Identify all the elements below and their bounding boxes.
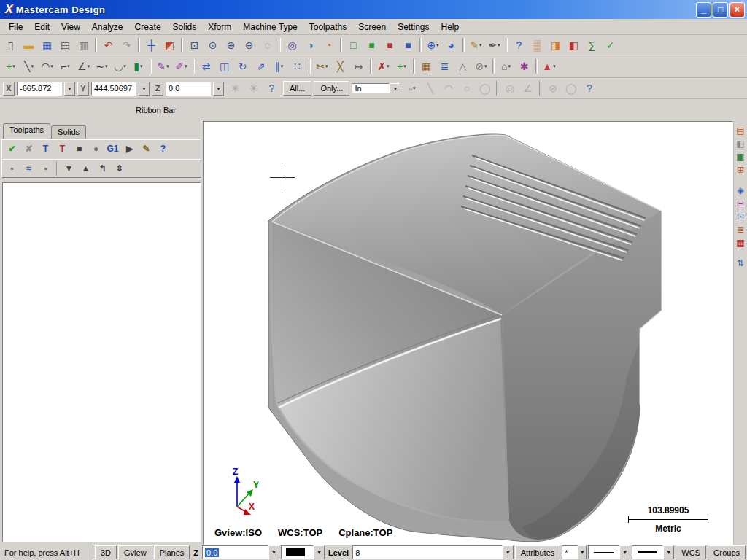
open-file-icon[interactable]: ▬: [20, 36, 37, 53]
select-all-button[interactable]: All...: [283, 81, 311, 96]
wireframe-view-icon[interactable]: □: [345, 36, 362, 53]
move-down-icon[interactable]: ▼: [61, 161, 77, 176]
create-chamfer-icon[interactable]: ∠ ▾: [75, 58, 92, 75]
zoom-target-icon[interactable]: ⊙: [204, 36, 221, 53]
menu-edit[interactable]: Edit: [28, 20, 55, 34]
line-width-dropdown[interactable]: ▼: [663, 545, 674, 559]
graphics-viewport[interactable]: Z Y X Gview:ISO WCS:TOP Cplane:TOP 103.8…: [203, 121, 733, 545]
grid-settings-icon[interactable]: ▒: [529, 36, 546, 53]
maximize-button[interactable]: □: [713, 2, 728, 18]
status-color-combo[interactable]: ▼: [281, 545, 325, 559]
close-button[interactable]: ×: [729, 2, 745, 18]
run-addin-icon[interactable]: ◨: [547, 36, 564, 53]
updown-tool-icon[interactable]: ⇅: [735, 257, 747, 269]
insert-above-icon[interactable]: ↰: [95, 161, 110, 176]
box-tool-icon[interactable]: ⊟: [735, 197, 747, 209]
status-level-field[interactable]: 8: [352, 545, 503, 559]
status-groups-button[interactable]: Groups: [708, 545, 746, 559]
status-3d-button[interactable]: 3D: [95, 545, 117, 559]
zoom-window-icon[interactable]: ⊡: [186, 36, 203, 53]
analyze-entity-icon[interactable]: ◎: [284, 36, 301, 53]
move-up-icon[interactable]: ▲: [78, 161, 93, 176]
gradient-icon[interactable]: ◧: [735, 137, 747, 149]
z-coord-button[interactable]: Z: [152, 82, 163, 96]
select-validate-icon[interactable]: ⊘: [544, 80, 561, 97]
x-coord-input[interactable]: -665.872: [17, 82, 62, 96]
y-coord-dropdown[interactable]: ▼: [139, 82, 150, 96]
post-g1-icon[interactable]: G1: [105, 141, 120, 157]
y-coord-button[interactable]: Y: [77, 82, 89, 96]
scroll-ops-icon[interactable]: ⇕: [112, 161, 127, 176]
lock-display-icon[interactable]: ▪: [38, 161, 53, 176]
status-level-combo[interactable]: 8 ▼: [352, 545, 514, 559]
fastpoint-icon[interactable]: ✳: [227, 80, 244, 97]
entity-color-icon[interactable]: ✎ ▾: [468, 36, 484, 53]
chain-circle-icon[interactable]: ○: [458, 80, 475, 97]
selection-mode-dropdown[interactable]: ▼: [390, 83, 400, 93]
menu-view[interactable]: View: [55, 20, 86, 34]
line-style-dropdown[interactable]: ▼: [619, 545, 630, 559]
xform-mirror-icon[interactable]: ◫: [216, 58, 233, 75]
select-all-operations-icon[interactable]: ✔: [4, 141, 20, 157]
xform-translate-icon[interactable]: ⇄: [198, 58, 214, 75]
unselect-all-operations-icon[interactable]: ✘: [21, 141, 36, 157]
help-icon[interactable]: ?: [511, 36, 527, 53]
to-clipboard-icon[interactable]: ▣: [735, 150, 747, 163]
create-fillet-icon[interactable]: ⌐ ▾: [57, 58, 74, 75]
status-point-style-combo[interactable]: * ▼: [562, 545, 587, 559]
break-icon[interactable]: ╳: [332, 58, 349, 75]
regen-dirty-icon[interactable]: T: [55, 141, 70, 157]
shaded-edges-icon[interactable]: ■: [382, 36, 398, 53]
selection-window-icon[interactable]: ▫ ▾: [403, 80, 420, 97]
status-wcs-button[interactable]: WCS: [676, 545, 706, 559]
menu-settings[interactable]: Settings: [392, 20, 435, 34]
redo-icon[interactable]: ↷: [118, 36, 135, 53]
edit-operation-icon[interactable]: ✎: [139, 141, 154, 157]
xform-rotate-icon[interactable]: ↻: [234, 58, 251, 75]
sigma-icon[interactable]: ∑: [584, 36, 600, 53]
ribbon-help-icon[interactable]: ?: [263, 80, 280, 97]
analyze-position-icon[interactable]: ◑: [302, 36, 319, 53]
operations-list[interactable]: [2, 182, 201, 542]
status-z-field[interactable]: 0.0: [202, 545, 268, 559]
menu-machine-type[interactable]: Machine Type: [237, 20, 303, 34]
chain-full-icon[interactable]: ◯: [476, 80, 493, 97]
shaded-view-icon[interactable]: ■: [363, 36, 380, 53]
unzoom-icon[interactable]: ◌: [259, 36, 276, 53]
undo-icon[interactable]: ↶: [100, 36, 117, 53]
point-snap-icon[interactable]: ✳: [245, 80, 262, 97]
menu-screen[interactable]: Screen: [352, 20, 392, 34]
rotate-view-icon[interactable]: ⊕ ▾: [425, 36, 441, 53]
status-planes-button[interactable]: Planes: [154, 545, 190, 559]
menu-file[interactable]: File: [3, 20, 28, 34]
menu-help[interactable]: Help: [436, 20, 465, 34]
entity-attributes-icon[interactable]: ✒ ▾: [486, 36, 503, 53]
ok-icon[interactable]: ✓: [602, 36, 619, 53]
status-color-dropdown[interactable]: ▼: [314, 545, 325, 559]
backplot-icon[interactable]: ■: [71, 141, 87, 157]
wcs-view-icon[interactable]: ⌂ ▾: [498, 58, 514, 75]
status-z-dropdown[interactable]: ▼: [268, 545, 279, 559]
screen-grid-icon[interactable]: ▦: [418, 58, 435, 75]
select-last-icon[interactable]: ◯: [562, 80, 579, 97]
status-z-combo[interactable]: 0.0 ▼: [202, 545, 279, 559]
diamond-tool-icon[interactable]: ◈: [735, 184, 747, 196]
create-arc-icon[interactable]: ◠ ▾: [39, 58, 55, 75]
repaint-icon[interactable]: ◩: [161, 36, 178, 53]
new-file-icon[interactable]: ▯: [2, 36, 19, 53]
menu-xform[interactable]: Xform: [202, 20, 237, 34]
point-style-dropdown[interactable]: ▼: [578, 545, 587, 559]
xform-array-icon[interactable]: ∷: [289, 58, 306, 75]
delete-icon[interactable]: ✗ ▾: [375, 58, 392, 75]
create-line-icon[interactable]: ╲ ▾: [20, 58, 37, 75]
tab-toolpaths[interactable]: Toolpaths: [3, 123, 50, 139]
status-attributes-button[interactable]: Attributes: [515, 545, 560, 559]
z-coord-input[interactable]: 0.0: [166, 82, 211, 96]
drafting-dimension-icon[interactable]: ✎ ▾: [155, 58, 171, 75]
red-grid-icon[interactable]: ▦: [735, 236, 747, 249]
material-icon[interactable]: ▲ ▾: [541, 58, 557, 75]
create-point-icon[interactable]: + ▾: [2, 58, 19, 75]
undelete-icon[interactable]: + ▾: [393, 58, 410, 75]
vba-icon[interactable]: ◧: [565, 36, 582, 53]
selection-mode-combo[interactable]: In ▼: [352, 83, 400, 93]
